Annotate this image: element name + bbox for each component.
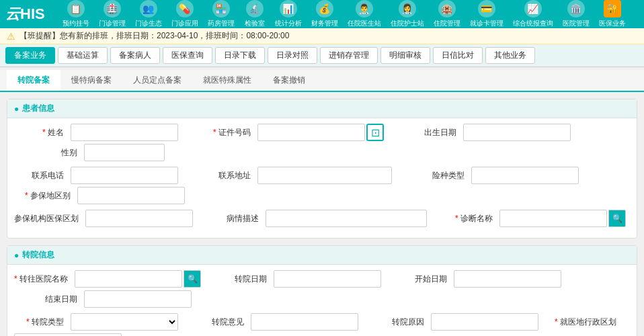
select-transfer-type[interactable] xyxy=(71,313,178,331)
input-insure-org[interactable] xyxy=(85,210,193,227)
sub-nav-other[interactable]: 其他业务 xyxy=(485,47,535,64)
sub-nav-backup[interactable]: 备案业务 xyxy=(5,47,55,64)
nav-item-report[interactable]: 📈 综合统报查询 xyxy=(509,0,557,30)
alert-bar: ⚠ 【班提醒】您有新的排班，排班日期：2023-04-10，排班时间：08:00… xyxy=(0,28,644,44)
app-icon: 💊 xyxy=(176,0,194,17)
nav-item-nurse[interactable]: 👩‍⚕️ 住院护士站 xyxy=(387,0,428,30)
sub-nav: 备案业务 基础运算 备案病人 医保查询 日录下载 日录对照 进销存管理 明细审核… xyxy=(0,44,644,67)
sub-nav-audit[interactable]: 明细审核 xyxy=(380,47,430,64)
transfer-row-1: 转往医院名称 🔍 转院日期 开始日期 结束日期 xyxy=(14,270,630,308)
booking-icon: 📋 xyxy=(67,0,85,17)
label-phone: 联系电话 xyxy=(14,170,68,181)
hospital-search-btn[interactable]: 🔍 xyxy=(184,270,201,288)
label-transfer-date: 转院日期 xyxy=(217,274,271,285)
tab-fixed-point[interactable]: 人员定点备案 xyxy=(122,70,192,92)
transfer-info-header: 转院信息 xyxy=(7,246,637,265)
nav-item-finance[interactable]: 💰 财务管理 xyxy=(307,0,342,30)
input-insure-area[interactable] xyxy=(77,187,185,204)
sub-nav-patient[interactable]: 备案病人 xyxy=(110,47,160,64)
tab-chronic[interactable]: 慢特病备案 xyxy=(61,70,122,92)
logo: 云HIS xyxy=(5,4,45,24)
nav-item-clinic[interactable]: 🏥 门诊管理 xyxy=(95,0,130,30)
insurance-icon: 🔐 xyxy=(604,0,621,17)
transfer-row-2: 转院类型 转院意见 转院原因 就医地行政区划 xyxy=(14,313,630,336)
label-condition: 病情描述 xyxy=(209,213,263,224)
nav-item-inpatient-doctor[interactable]: 👨‍⚕️ 任院医生站 xyxy=(344,0,385,30)
label-insure-area: 参保地区别 xyxy=(21,190,75,202)
label-insurance-type: 险种类型 xyxy=(415,170,469,181)
label-hospital-name: 转往医院名称 xyxy=(14,274,72,285)
report-icon: 📈 xyxy=(524,0,542,17)
sub-nav-query[interactable]: 医保查询 xyxy=(163,47,212,64)
label-id-card: 证件号码 xyxy=(201,127,255,138)
patient-info-section: 患者信息 姓名 证件号码 ⊡ 出生日期 性别 联系电话 xyxy=(7,99,637,239)
input-transfer-reason[interactable] xyxy=(431,313,538,331)
input-diagnosis[interactable] xyxy=(499,210,607,227)
scan-icon[interactable]: ⊡ xyxy=(366,124,384,141)
patient-info-body: 姓名 证件号码 ⊡ 出生日期 性别 联系电话 联系地址 险种类型 xyxy=(7,118,637,238)
input-address[interactable] xyxy=(257,167,392,184)
input-transfer-date[interactable] xyxy=(274,270,381,288)
label-gender: 性别 xyxy=(28,147,81,159)
nurse-icon: 👩‍⚕️ xyxy=(399,0,416,17)
admin-icon: 🏛️ xyxy=(567,0,585,17)
input-gender[interactable] xyxy=(84,144,165,161)
stats-icon: 📊 xyxy=(280,0,297,17)
main-content: 患者信息 姓名 证件号码 ⊡ 出生日期 性别 联系电话 xyxy=(0,92,644,336)
patient-row-1: 姓名 证件号码 ⊡ 出生日期 性别 xyxy=(14,124,630,161)
nav-item-pharmacy[interactable]: 🏪 药房管理 xyxy=(204,0,239,30)
nav-item-booking[interactable]: 📋 预约挂号 xyxy=(58,0,93,30)
input-transfer-opinion[interactable] xyxy=(251,313,358,331)
input-condition[interactable] xyxy=(266,210,427,227)
sub-nav-calc[interactable]: 基础运算 xyxy=(58,47,108,64)
nav-item-admin[interactable]: 🏛️ 医院管理 xyxy=(559,0,594,30)
label-end-date: 结束日期 xyxy=(28,294,81,305)
sub-nav-download[interactable]: 日录下载 xyxy=(215,47,265,64)
doctor-icon: 👨‍⚕️ xyxy=(356,0,373,17)
label-name: 姓名 xyxy=(14,127,68,138)
alert-icon: ⚠ xyxy=(7,31,15,42)
input-start-date[interactable] xyxy=(454,270,561,288)
nav-item-stats[interactable]: 📊 统计分析 xyxy=(271,0,306,30)
clinic-icon: 🏥 xyxy=(104,0,121,17)
patient-row-2: 联系电话 联系地址 险种类型 参保地区别 xyxy=(14,167,630,204)
input-name[interactable] xyxy=(71,124,178,141)
input-medical-area[interactable] xyxy=(14,333,122,336)
alert-text: 【班提醒】您有新的排班，排班日期：2023-04-10，排班时间：08:00-2… xyxy=(19,30,289,42)
sub-nav-inventory[interactable]: 进销存管理 xyxy=(320,47,378,64)
label-address: 联系地址 xyxy=(201,170,255,181)
patient-info-header: 患者信息 xyxy=(7,99,637,118)
label-insure-org: 参保机构医保区划 xyxy=(14,213,83,224)
nav-item-lab[interactable]: 🔬 检验室 xyxy=(240,0,270,30)
finance-icon: 💰 xyxy=(316,0,333,17)
input-birth[interactable] xyxy=(463,124,571,141)
transfer-info-body: 转往医院名称 🔍 转院日期 开始日期 结束日期 转院类型 转院意见 xyxy=(7,265,637,336)
input-phone[interactable] xyxy=(71,167,178,184)
sub-nav-compare[interactable]: 日录对照 xyxy=(268,47,317,64)
input-hospital-name[interactable] xyxy=(75,270,182,288)
nav-item-hospital-mgmt[interactable]: 🏨 住院管理 xyxy=(430,0,465,30)
input-end-date[interactable] xyxy=(84,290,192,308)
nav-item-card[interactable]: 💳 就诊卡管理 xyxy=(466,0,508,30)
label-transfer-reason: 转院原因 xyxy=(374,317,428,328)
nav-icons: 📋 预约挂号 🏥 门诊管理 👥 门诊生态 💊 门诊应用 🏪 药房管理 🔬 检验室… xyxy=(58,0,639,30)
tab-special[interactable]: 就医特殊属性 xyxy=(192,70,262,92)
input-id-card[interactable] xyxy=(257,124,365,141)
lab-icon: 🔬 xyxy=(246,0,264,17)
tab-cancel[interactable]: 备案撤销 xyxy=(262,70,316,92)
outpatient-icon: 👥 xyxy=(140,0,157,17)
nav-item-app[interactable]: 💊 门诊应用 xyxy=(167,0,202,30)
nav-item-insurance[interactable]: 🔐 医保业务 xyxy=(595,0,630,30)
label-transfer-type: 转院类型 xyxy=(14,317,68,328)
hospital-group: 🔍 xyxy=(75,270,201,288)
tab-transfer[interactable]: 转院备案 xyxy=(7,70,61,92)
label-diagnosis: 诊断名称 xyxy=(443,213,497,224)
label-medical-area: 就医地行政区划 xyxy=(555,317,620,328)
input-insurance-type[interactable] xyxy=(471,167,579,184)
label-birth: 出生日期 xyxy=(407,127,460,138)
sub-nav-daily[interactable]: 日信比对 xyxy=(433,47,483,64)
hospital-mgmt-icon: 🏨 xyxy=(438,0,456,17)
nav-item-outpatient[interactable]: 👥 门诊生态 xyxy=(131,0,166,30)
diagnosis-search-btn[interactable]: 🔍 xyxy=(608,210,626,227)
patient-row-3: 参保机构医保区划 病情描述 诊断名称 🔍 xyxy=(14,210,630,227)
